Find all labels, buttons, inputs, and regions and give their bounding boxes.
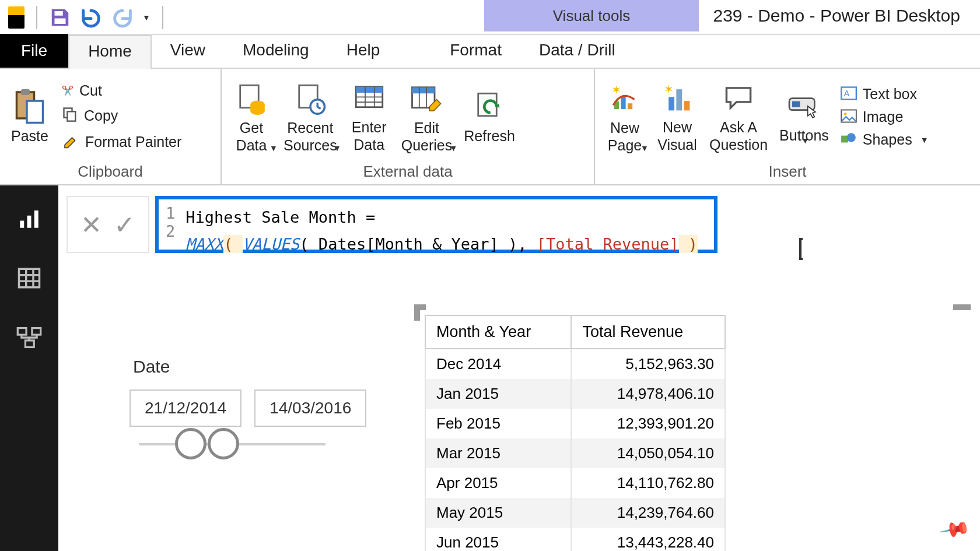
svg-rect-31 <box>792 101 800 107</box>
text-box-label: Text box <box>863 86 917 103</box>
resize-handle-icon[interactable] <box>414 304 426 321</box>
quick-access-toolbar: ▼ <box>0 0 175 34</box>
shapes-label: Shapes <box>863 131 912 148</box>
shapes-icon <box>841 132 857 148</box>
chevron-down-icon: ▼ <box>450 143 458 153</box>
left-rail <box>0 185 58 551</box>
formula-bar: ✕ ✓ 12 Highest Sale Month = MAXX( VALUES… <box>66 196 968 253</box>
slider-thumb-end[interactable] <box>208 428 239 459</box>
cell-month: Apr 2015 <box>425 468 571 498</box>
ask-question-button[interactable]: Ask A Question <box>709 80 768 153</box>
enter-data-button[interactable]: Enter Data <box>349 80 390 153</box>
recent-sources-label: Recent Sources <box>284 120 337 154</box>
format-painter-button[interactable]: Format Painter <box>62 132 181 152</box>
date-to-input[interactable]: 14/03/2016 <box>254 389 366 427</box>
cell-revenue: 12,393,901.20 <box>571 409 725 438</box>
divider <box>36 6 37 29</box>
resize-handle-icon[interactable] <box>953 304 971 310</box>
table-row[interactable]: Dec 20145,152,963.30 <box>425 349 725 379</box>
save-icon[interactable] <box>49 6 71 29</box>
tab-modeling[interactable]: Modeling <box>224 35 328 68</box>
title-bar: ▼ Visual tools 239 - Demo - Power BI Des… <box>0 0 980 35</box>
revenue-table[interactable]: Month & Year Total Revenue Dec 20145,152… <box>425 315 726 551</box>
report-view-icon[interactable] <box>16 205 43 232</box>
page-db-icon <box>231 81 272 116</box>
get-data-button[interactable]: Get Data ▼ <box>231 81 272 153</box>
svg-rect-40 <box>34 210 38 228</box>
model-view-icon[interactable] <box>16 324 43 351</box>
svg-rect-39 <box>27 216 32 228</box>
textbox-icon: A <box>841 86 857 103</box>
table-row[interactable]: Mar 201514,050,054.10 <box>425 438 725 468</box>
copy-icon <box>62 106 78 125</box>
svg-point-35 <box>844 113 847 115</box>
window-title: 239 - Demo - Power BI Desktop <box>713 6 960 26</box>
tab-file[interactable]: File <box>0 34 68 68</box>
new-page-button[interactable]: ✶ New Page ▼ <box>604 81 645 153</box>
format-painter-label: Format Painter <box>85 134 181 150</box>
tab-home[interactable]: Home <box>68 35 152 69</box>
table-row[interactable]: May 201514,239,764.60 <box>425 498 725 528</box>
undo-icon[interactable] <box>79 6 103 29</box>
data-view-icon[interactable] <box>16 265 43 292</box>
edit-queries-button[interactable]: Edit Queries ▼ <box>401 81 453 153</box>
svg-rect-4 <box>67 111 75 121</box>
refresh-button[interactable]: Refresh <box>464 89 515 145</box>
tab-format[interactable]: Format <box>431 35 520 68</box>
text-cursor-icon <box>799 238 803 260</box>
cell-revenue: 13,443,228.40 <box>571 528 725 551</box>
chevron-down-icon: ▼ <box>270 143 278 153</box>
table-row[interactable]: Feb 201512,393,901.20 <box>425 409 725 438</box>
svg-rect-27 <box>668 97 674 110</box>
date-slicer[interactable]: Date 21/12/2014 14/03/2016 <box>130 357 380 445</box>
table-row[interactable]: Jun 201513,443,228.40 <box>425 528 725 551</box>
shapes-button[interactable]: Shapes ▼ <box>841 131 929 148</box>
date-slider[interactable] <box>139 443 326 445</box>
new-visual-label: New Visual <box>657 119 697 153</box>
paintbrush-icon <box>62 132 79 152</box>
table-icon <box>349 80 390 115</box>
svg-point-8 <box>250 107 265 115</box>
cut-label: Cut <box>79 82 102 99</box>
new-visual-button[interactable]: ✶ New Visual <box>657 80 698 153</box>
image-icon <box>841 109 857 125</box>
svg-point-37 <box>847 133 856 142</box>
text-box-button[interactable]: A Text box <box>841 86 929 103</box>
report-canvas: ✕ ✓ 12 Highest Sale Month = MAXX( VALUES… <box>58 185 980 551</box>
tab-view[interactable]: View <box>152 35 224 68</box>
image-button[interactable]: Image <box>841 108 929 125</box>
cell-revenue: 14,110,762.80 <box>571 468 725 498</box>
col-header-revenue[interactable]: Total Revenue <box>571 315 725 349</box>
slider-thumb-start[interactable] <box>175 428 206 459</box>
redo-icon[interactable] <box>111 6 134 29</box>
chevron-down-icon: ▼ <box>640 143 649 153</box>
cell-revenue: 14,239,764.60 <box>571 498 725 528</box>
cell-month: Mar 2015 <box>425 438 571 468</box>
buttons-button[interactable]: Buttons ▼ <box>779 89 829 146</box>
table-row[interactable]: Apr 201514,110,762.80 <box>425 468 725 498</box>
cell-month: May 2015 <box>425 498 571 528</box>
cell-month: Jan 2015 <box>425 379 571 409</box>
copy-button[interactable]: Copy <box>62 106 181 125</box>
tab-help[interactable]: Help <box>328 35 399 68</box>
cut-button[interactable]: ✂️ Cut <box>62 82 181 99</box>
recent-sources-button[interactable]: Recent Sources ▼ <box>284 81 337 153</box>
paste-button[interactable]: Paste <box>9 89 50 145</box>
ribbon: Paste ✂️ Cut Copy Format Painte <box>0 69 980 185</box>
qat-dropdown-icon[interactable]: ▼ <box>142 13 150 22</box>
date-from-input[interactable]: 21/12/2014 <box>130 389 242 427</box>
formula-cancel-icon[interactable]: ✕ <box>80 210 102 240</box>
col-header-month[interactable]: Month & Year <box>425 315 571 349</box>
external-data-group-label: External data <box>231 159 584 181</box>
refresh-label: Refresh <box>464 128 515 145</box>
table-row[interactable]: Jan 201514,978,406.10 <box>425 379 725 409</box>
bar-chart-icon: ✶ <box>657 80 698 115</box>
formula-accept-icon[interactable]: ✓ <box>114 210 135 240</box>
pin-icon: 📌 <box>938 513 971 546</box>
formula-editor[interactable]: 12 Highest Sale Month = MAXX( VALUES( Da… <box>155 196 718 253</box>
svg-rect-41 <box>19 269 40 287</box>
svg-rect-28 <box>676 89 682 110</box>
clipboard-icon <box>9 89 50 124</box>
tab-data-drill[interactable]: Data / Drill <box>520 35 634 68</box>
speech-bubble-icon <box>718 80 759 115</box>
